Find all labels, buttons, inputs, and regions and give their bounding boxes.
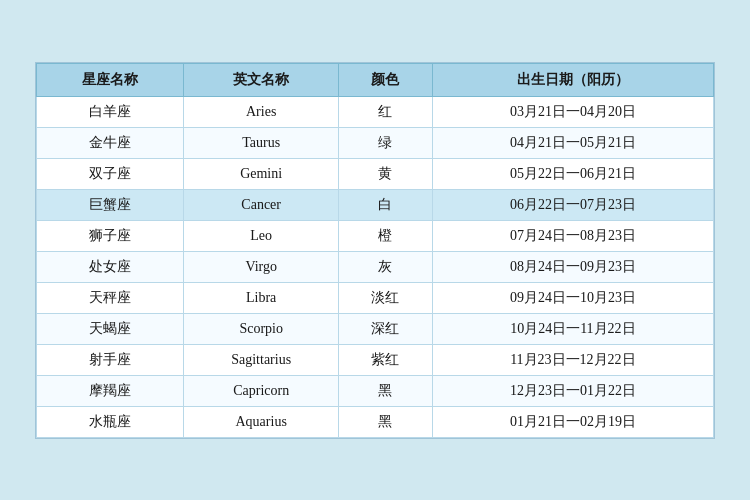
cell-dates: 01月21日一02月19日 (432, 406, 713, 437)
cell-chinese-name: 水瓶座 (37, 406, 184, 437)
cell-chinese-name: 白羊座 (37, 96, 184, 127)
cell-english-name: Taurus (184, 127, 339, 158)
cell-color: 白 (339, 189, 433, 220)
cell-color: 橙 (339, 220, 433, 251)
zodiac-table: 星座名称 英文名称 颜色 出生日期（阳历） 白羊座Aries红03月21日一04… (36, 63, 714, 438)
cell-color: 黑 (339, 406, 433, 437)
cell-english-name: Capricorn (184, 375, 339, 406)
cell-dates: 05月22日一06月21日 (432, 158, 713, 189)
cell-dates: 06月22日一07月23日 (432, 189, 713, 220)
cell-color: 绿 (339, 127, 433, 158)
cell-english-name: Scorpio (184, 313, 339, 344)
table-row: 金牛座Taurus绿04月21日一05月21日 (37, 127, 714, 158)
cell-english-name: Virgo (184, 251, 339, 282)
cell-chinese-name: 天蝎座 (37, 313, 184, 344)
cell-english-name: Libra (184, 282, 339, 313)
cell-english-name: Cancer (184, 189, 339, 220)
cell-dates: 09月24日一10月23日 (432, 282, 713, 313)
cell-chinese-name: 狮子座 (37, 220, 184, 251)
cell-chinese-name: 巨蟹座 (37, 189, 184, 220)
cell-color: 黄 (339, 158, 433, 189)
cell-color: 红 (339, 96, 433, 127)
cell-dates: 11月23日一12月22日 (432, 344, 713, 375)
cell-english-name: Gemini (184, 158, 339, 189)
cell-english-name: Aquarius (184, 406, 339, 437)
cell-chinese-name: 金牛座 (37, 127, 184, 158)
table-row: 处女座Virgo灰08月24日一09月23日 (37, 251, 714, 282)
cell-chinese-name: 摩羯座 (37, 375, 184, 406)
table-body: 白羊座Aries红03月21日一04月20日金牛座Taurus绿04月21日一0… (37, 96, 714, 437)
cell-english-name: Sagittarius (184, 344, 339, 375)
cell-dates: 08月24日一09月23日 (432, 251, 713, 282)
header-chinese-name: 星座名称 (37, 63, 184, 96)
cell-dates: 04月21日一05月21日 (432, 127, 713, 158)
cell-chinese-name: 射手座 (37, 344, 184, 375)
table-header-row: 星座名称 英文名称 颜色 出生日期（阳历） (37, 63, 714, 96)
cell-dates: 03月21日一04月20日 (432, 96, 713, 127)
table-row: 巨蟹座Cancer白06月22日一07月23日 (37, 189, 714, 220)
cell-chinese-name: 双子座 (37, 158, 184, 189)
cell-color: 深红 (339, 313, 433, 344)
header-english-name: 英文名称 (184, 63, 339, 96)
table-row: 白羊座Aries红03月21日一04月20日 (37, 96, 714, 127)
table-row: 水瓶座Aquarius黑01月21日一02月19日 (37, 406, 714, 437)
cell-english-name: Leo (184, 220, 339, 251)
header-color: 颜色 (339, 63, 433, 96)
table-row: 双子座Gemini黄05月22日一06月21日 (37, 158, 714, 189)
cell-dates: 07月24日一08月23日 (432, 220, 713, 251)
zodiac-table-wrapper: 星座名称 英文名称 颜色 出生日期（阳历） 白羊座Aries红03月21日一04… (35, 62, 715, 439)
cell-dates: 10月24日一11月22日 (432, 313, 713, 344)
cell-chinese-name: 处女座 (37, 251, 184, 282)
table-row: 天秤座Libra淡红09月24日一10月23日 (37, 282, 714, 313)
cell-english-name: Aries (184, 96, 339, 127)
table-row: 狮子座Leo橙07月24日一08月23日 (37, 220, 714, 251)
cell-color: 黑 (339, 375, 433, 406)
cell-chinese-name: 天秤座 (37, 282, 184, 313)
header-dates: 出生日期（阳历） (432, 63, 713, 96)
cell-dates: 12月23日一01月22日 (432, 375, 713, 406)
table-row: 射手座Sagittarius紫红11月23日一12月22日 (37, 344, 714, 375)
table-row: 摩羯座Capricorn黑12月23日一01月22日 (37, 375, 714, 406)
cell-color: 紫红 (339, 344, 433, 375)
cell-color: 灰 (339, 251, 433, 282)
cell-color: 淡红 (339, 282, 433, 313)
table-row: 天蝎座Scorpio深红10月24日一11月22日 (37, 313, 714, 344)
